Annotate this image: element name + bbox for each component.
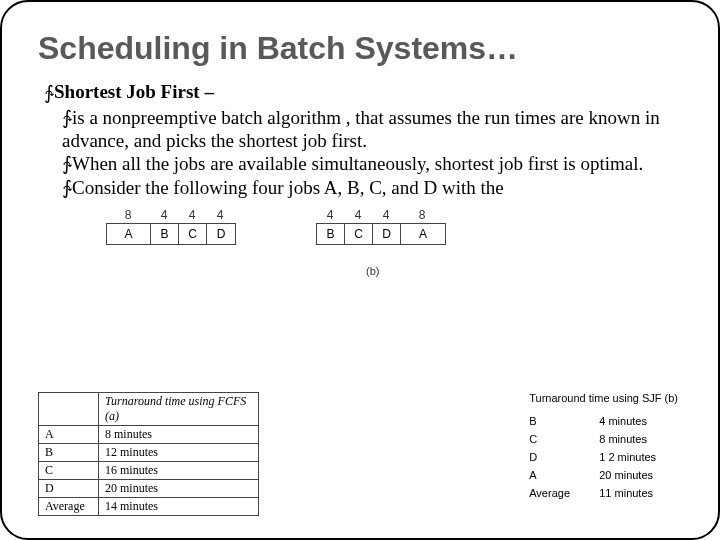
duration-cell: 8 — [400, 207, 444, 223]
job-time: 8 minutes — [99, 426, 259, 444]
bullet-icon: ∱ — [62, 176, 72, 199]
job-name: D — [529, 448, 599, 466]
table-row: C16 minutes — [39, 462, 259, 480]
job-name: D — [39, 480, 99, 498]
job-cell: A — [107, 224, 151, 244]
bullet-icon: ∱ — [62, 106, 72, 129]
job-sequence-fcfs: 8 4 4 4 A B C D — [106, 207, 236, 245]
duration-cell: 4 — [178, 207, 206, 223]
job-name: B — [529, 412, 599, 430]
fcfs-header: Turnaround time using FCFS (a) — [99, 393, 259, 426]
heading-sjf: ∱Shortest Job First – — [44, 81, 688, 104]
table-row: D1 2 minutes — [529, 448, 670, 466]
job-figure: 8 4 4 4 A B C D 4 4 4 8 B C D — [66, 207, 688, 297]
job-time: 11 minutes — [599, 484, 670, 502]
duration-cell: 4 — [206, 207, 234, 223]
duration-cell: 4 — [344, 207, 372, 223]
slide-frame: Scheduling in Batch Systems… ∱Shortest J… — [0, 0, 720, 540]
bullet-text: is a nonpreemptive batch algorithm , tha… — [62, 107, 660, 151]
sjf-table: B4 minutes C8 minutes D1 2 minutes A20 m… — [529, 412, 670, 502]
job-name: B — [39, 444, 99, 462]
bottom-tables: Turnaround time using FCFS (a) A8 minute… — [38, 392, 688, 516]
duration-cell: 4 — [150, 207, 178, 223]
job-name: A — [39, 426, 99, 444]
job-cell: A — [401, 224, 445, 244]
job-cell: B — [317, 224, 345, 244]
job-cell: C — [179, 224, 207, 244]
heading-text: Shortest Job First – — [54, 81, 214, 102]
figure-caption: (b) — [366, 265, 379, 277]
bullet-item: ∱When all the jobs are available simulta… — [62, 152, 688, 175]
job-time: 1 2 minutes — [599, 448, 670, 466]
table-row: D20 minutes — [39, 480, 259, 498]
fcfs-header-blank — [39, 393, 99, 426]
job-time: 8 minutes — [599, 430, 670, 448]
bullet-text: When all the jobs are available simultan… — [72, 153, 643, 174]
fcfs-table: Turnaround time using FCFS (a) A8 minute… — [38, 392, 259, 516]
table-row: Average14 minutes — [39, 498, 259, 516]
job-name: Average — [39, 498, 99, 516]
table-row: A20 minutes — [529, 466, 670, 484]
duration-cell: 4 — [372, 207, 400, 223]
bullet-text: Consider the following four jobs A, B, C… — [72, 177, 504, 198]
job-name: C — [39, 462, 99, 480]
bullet-icon: ∱ — [44, 81, 54, 104]
job-name: A — [529, 466, 599, 484]
duration-cell: 4 — [316, 207, 344, 223]
job-cell: D — [207, 224, 235, 244]
job-name: Average — [529, 484, 599, 502]
job-time: 16 minutes — [99, 462, 259, 480]
sjf-header: Turnaround time using SJF (b) — [529, 392, 678, 404]
job-cell: B — [151, 224, 179, 244]
job-cell: C — [345, 224, 373, 244]
bullet-item: ∱Consider the following four jobs A, B, … — [62, 176, 688, 199]
job-time: 20 minutes — [599, 466, 670, 484]
sjf-table-area: Turnaround time using SJF (b) B4 minutes… — [529, 392, 678, 502]
job-time: 14 minutes — [99, 498, 259, 516]
bullet-icon: ∱ — [62, 152, 72, 175]
job-cell: D — [373, 224, 401, 244]
job-time: 20 minutes — [99, 480, 259, 498]
table-row: Average11 minutes — [529, 484, 670, 502]
table-row: C8 minutes — [529, 430, 670, 448]
table-row: A8 minutes — [39, 426, 259, 444]
job-time: 4 minutes — [599, 412, 670, 430]
job-sequence-sjf: 4 4 4 8 B C D A — [316, 207, 446, 245]
table-row: B4 minutes — [529, 412, 670, 430]
job-time: 12 minutes — [99, 444, 259, 462]
slide-title: Scheduling in Batch Systems… — [38, 30, 688, 67]
table-row: B12 minutes — [39, 444, 259, 462]
bullet-item: ∱is a nonpreemptive batch algorithm , th… — [62, 106, 688, 152]
job-name: C — [529, 430, 599, 448]
duration-cell: 8 — [106, 207, 150, 223]
